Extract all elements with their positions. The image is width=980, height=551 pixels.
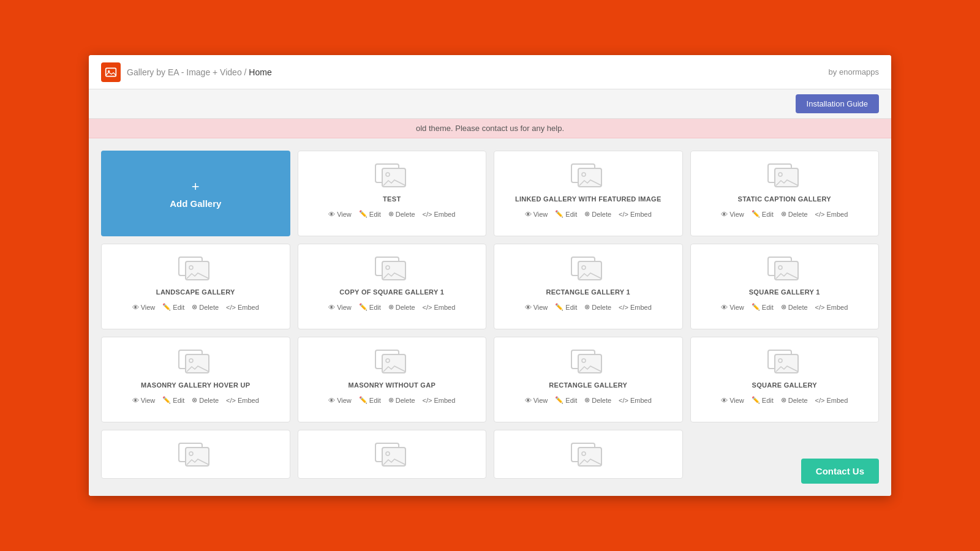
delete-btn[interactable]: ⊗Delete bbox=[189, 395, 221, 405]
gallery-icon bbox=[571, 440, 605, 468]
view-btn[interactable]: 👁View bbox=[718, 302, 747, 312]
gallery-icon bbox=[767, 161, 802, 189]
delete-btn[interactable]: ⊗Delete bbox=[582, 302, 614, 312]
edit-btn[interactable]: ✏️Edit bbox=[160, 395, 187, 405]
embed-btn[interactable]: </>Embed bbox=[813, 395, 851, 405]
view-btn[interactable]: 👁View bbox=[326, 302, 354, 312]
edit-btn[interactable]: ✏️Edit bbox=[749, 395, 776, 405]
breadcrumb: Gallery by EA - Image + Video / Home bbox=[127, 67, 272, 77]
gallery-grid: + Add Gallery TEST 👁View ✏️Edit bbox=[101, 151, 879, 479]
alert-banner: old theme. Please contact us for any hel… bbox=[89, 119, 891, 138]
gallery-card-square1: SQUARE GALLERY 1 👁View ✏️Edit ⊗Delete </… bbox=[690, 244, 880, 329]
delete-btn[interactable]: ⊗Delete bbox=[386, 209, 418, 219]
gallery-card-partial-2 bbox=[298, 430, 487, 479]
embed-btn[interactable]: </>Embed bbox=[420, 209, 458, 219]
embed-btn[interactable]: </>Embed bbox=[420, 395, 458, 405]
gallery-actions-test: 👁View ✏️Edit ⊗Delete </>Embed bbox=[326, 209, 458, 219]
svg-rect-0 bbox=[106, 68, 116, 76]
breadcrumb-app: Gallery by EA - Image + Video bbox=[127, 67, 242, 77]
gallery-card-rect: RECTANGLE GALLERY 👁View ✏️Edit ⊗Delete <… bbox=[494, 337, 683, 422]
view-btn[interactable]: 👁View bbox=[522, 209, 551, 219]
gallery-name-linked: LINKED GALLERY WITH FEATURED IMAGE bbox=[515, 195, 662, 203]
logo-icon bbox=[105, 66, 117, 78]
gallery-name-square: SQUARE GALLERY bbox=[752, 381, 817, 389]
delete-btn[interactable]: ⊗Delete bbox=[582, 395, 614, 405]
delete-btn[interactable]: ⊗Delete bbox=[778, 209, 810, 219]
add-gallery-card[interactable]: + Add Gallery bbox=[101, 151, 290, 236]
contact-us-button[interactable]: Contact Us bbox=[801, 459, 879, 484]
gallery-actions-rect1: 👁View ✏️Edit ⊗Delete </>Embed bbox=[522, 302, 654, 312]
edit-btn[interactable]: ✏️Edit bbox=[749, 302, 776, 312]
view-btn[interactable]: 👁View bbox=[718, 209, 747, 219]
gallery-icon bbox=[767, 347, 802, 375]
gallery-card-square: SQUARE GALLERY 👁View ✏️Edit ⊗Delete </>E… bbox=[690, 337, 880, 422]
app-logo bbox=[101, 62, 121, 82]
content-area[interactable]: + Add Gallery TEST 👁View ✏️Edit bbox=[89, 138, 891, 496]
gallery-name-masonry-nogap: MASONRY WITHOUT GAP bbox=[348, 381, 435, 389]
delete-btn[interactable]: ⊗Delete bbox=[778, 395, 810, 405]
gallery-name-test: TEST bbox=[383, 195, 401, 203]
view-btn[interactable]: 👁View bbox=[326, 209, 354, 219]
edit-btn[interactable]: ✏️Edit bbox=[356, 395, 383, 405]
gallery-actions-landscape: 👁View ✏️Edit ⊗Delete </>Embed bbox=[130, 302, 262, 312]
view-btn[interactable]: 👁View bbox=[718, 395, 747, 405]
gallery-actions-rect: 👁View ✏️Edit ⊗Delete </>Embed bbox=[522, 395, 654, 405]
header-byline: by enormapps bbox=[829, 67, 879, 77]
view-btn[interactable]: 👁View bbox=[130, 395, 158, 405]
gallery-icon bbox=[178, 347, 213, 375]
embed-btn[interactable]: </>Embed bbox=[420, 302, 458, 312]
edit-btn[interactable]: ✏️Edit bbox=[356, 302, 383, 312]
gallery-name-square1: SQUARE GALLERY 1 bbox=[749, 288, 820, 296]
edit-btn[interactable]: ✏️Edit bbox=[552, 302, 579, 312]
delete-btn[interactable]: ⊗Delete bbox=[386, 395, 418, 405]
gallery-actions-masonry-nogap: 👁View ✏️Edit ⊗Delete </>Embed bbox=[326, 395, 458, 405]
edit-btn[interactable]: ✏️Edit bbox=[160, 302, 187, 312]
embed-btn[interactable]: </>Embed bbox=[616, 302, 654, 312]
add-gallery-plus: + bbox=[192, 179, 200, 195]
gallery-icon bbox=[375, 440, 409, 468]
gallery-card-copy-square: COPY OF SQUARE GALLERY 1 👁View ✏️Edit ⊗D… bbox=[298, 244, 487, 329]
gallery-card-static-caption: STATIC CAPTION GALLERY 👁View ✏️Edit ⊗Del… bbox=[690, 151, 880, 236]
gallery-name-static: STATIC CAPTION GALLERY bbox=[738, 195, 831, 203]
gallery-name-masonry-hover: MASONRY GALLERY HOVER UP bbox=[141, 381, 250, 389]
gallery-actions-static: 👁View ✏️Edit ⊗Delete </>Embed bbox=[718, 209, 850, 219]
gallery-actions-masonry-hover: 👁View ✏️Edit ⊗Delete </>Embed bbox=[130, 395, 262, 405]
header-left: Gallery by EA - Image + Video / Home bbox=[101, 62, 272, 82]
edit-btn[interactable]: ✏️Edit bbox=[356, 209, 383, 219]
gallery-icon bbox=[571, 347, 605, 375]
gallery-actions-square1: 👁View ✏️Edit ⊗Delete </>Embed bbox=[718, 302, 850, 312]
gallery-name-rect1: RECTANGLE GALLERY 1 bbox=[546, 288, 630, 296]
view-btn[interactable]: 👁View bbox=[522, 302, 551, 312]
delete-btn[interactable]: ⊗Delete bbox=[189, 302, 221, 312]
delete-btn[interactable]: ⊗Delete bbox=[582, 209, 614, 219]
view-btn[interactable]: 👁View bbox=[326, 395, 354, 405]
view-btn[interactable]: 👁View bbox=[522, 395, 551, 405]
gallery-name-landscape: LANDSCAPE GALLERY bbox=[156, 288, 235, 296]
embed-btn[interactable]: </>Embed bbox=[813, 302, 851, 312]
gallery-icon bbox=[767, 254, 802, 282]
view-btn[interactable]: 👁View bbox=[130, 302, 158, 312]
embed-btn[interactable]: </>Embed bbox=[224, 302, 262, 312]
gallery-card-partial-1 bbox=[101, 430, 290, 479]
gallery-icon bbox=[178, 440, 213, 468]
delete-btn[interactable]: ⊗Delete bbox=[778, 302, 810, 312]
edit-btn[interactable]: ✏️Edit bbox=[552, 395, 579, 405]
install-guide-button[interactable]: Installation Guide bbox=[796, 94, 879, 113]
embed-btn[interactable]: </>Embed bbox=[813, 209, 851, 219]
gallery-card-masonry-nogap: MASONRY WITHOUT GAP 👁View ✏️Edit ⊗Delete… bbox=[298, 337, 487, 422]
gallery-icon bbox=[375, 347, 409, 375]
gallery-icon bbox=[571, 254, 605, 282]
edit-btn[interactable]: ✏️Edit bbox=[749, 209, 776, 219]
embed-btn[interactable]: </>Embed bbox=[616, 395, 654, 405]
app-window: Gallery by EA - Image + Video / Home by … bbox=[89, 55, 891, 496]
toolbar: Installation Guide bbox=[89, 89, 891, 119]
gallery-icon bbox=[178, 254, 213, 282]
edit-btn[interactable]: ✏️Edit bbox=[552, 209, 579, 219]
delete-btn[interactable]: ⊗Delete bbox=[386, 302, 418, 312]
gallery-icon bbox=[375, 254, 409, 282]
gallery-card-test: TEST 👁View ✏️Edit ⊗Delete </>Embed bbox=[298, 151, 487, 236]
gallery-icon bbox=[571, 161, 605, 189]
embed-btn[interactable]: </>Embed bbox=[224, 395, 262, 405]
embed-btn[interactable]: </>Embed bbox=[616, 209, 654, 219]
gallery-name-copy-square: COPY OF SQUARE GALLERY 1 bbox=[339, 288, 444, 296]
